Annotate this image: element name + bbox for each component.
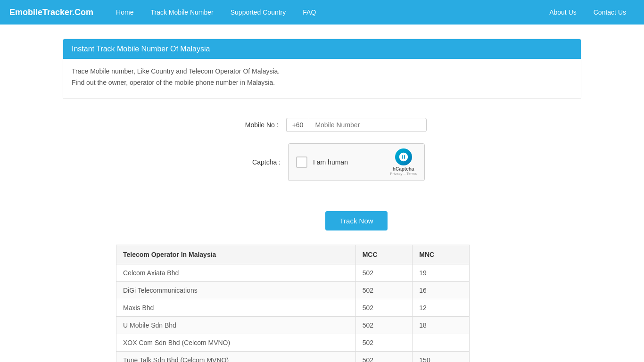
operator-cell: DiGi Telecommunications [116, 282, 356, 299]
table-row: DiGi Telecommunications 502 16 [116, 282, 470, 299]
telecom-table: Telecom Operator In Malaysia MCC MNC Cel… [116, 245, 470, 362]
table-row: Tune Talk Sdn Bhd (Celcom MVNO) 502 150 [116, 352, 470, 362]
mobile-row: Mobile No : +60 [63, 118, 581, 132]
info-line-1: Trace Mobile number, Like Country and Te… [72, 67, 572, 75]
table-row: Maxis Bhd 502 12 [116, 299, 470, 317]
captcha-text: I am human [313, 158, 385, 166]
track-btn-row: Track Now [63, 211, 581, 230]
col-mcc: MCC [355, 245, 413, 264]
captcha-brand: hCaptcha [393, 166, 414, 172]
operator-cell: U Mobile Sdn Bhd [116, 317, 356, 334]
mobile-input-group: +60 [286, 118, 427, 132]
mobile-label: Mobile No : [217, 121, 279, 129]
table-wrapper: Telecom Operator In Malaysia MCC MNC Cel… [63, 245, 581, 362]
table-row: XOX Com Sdn Bhd (Celcom MVNO) 502 [116, 334, 470, 352]
mobile-input[interactable] [309, 118, 427, 132]
operator-cell: XOX Com Sdn Bhd (Celcom MVNO) [116, 334, 356, 352]
navbar-right: About Us Contact Us [541, 0, 635, 25]
captcha-box[interactable]: I am human hCaptcha Privacy – Terms [288, 143, 425, 181]
country-code: +60 [286, 118, 309, 132]
nav-faq[interactable]: FAQ [294, 0, 324, 25]
table-row: Celcom Axiata Bhd 502 19 [116, 264, 470, 282]
mnc-cell: 18 [413, 317, 470, 334]
table-head: Telecom Operator In Malaysia MCC MNC [116, 245, 470, 264]
table-row: U Mobile Sdn Bhd 502 18 [116, 317, 470, 334]
table-body: Celcom Axiata Bhd 502 19 DiGi Telecommun… [116, 264, 470, 362]
nav-home[interactable]: Home [107, 0, 142, 25]
mnc-cell: 16 [413, 282, 470, 299]
mcc-cell: 502 [355, 264, 413, 282]
captcha-checkbox[interactable] [296, 156, 307, 168]
col-operator: Telecom Operator In Malaysia [116, 245, 356, 264]
mcc-cell: 502 [355, 299, 413, 317]
mnc-cell: 150 [413, 352, 470, 362]
mnc-cell: 12 [413, 299, 470, 317]
operator-cell: Celcom Axiata Bhd [116, 264, 356, 282]
captcha-icon [395, 148, 412, 165]
info-line-2: Find out the owner, operator of the mobi… [72, 79, 572, 86]
mcc-cell: 502 [355, 317, 413, 334]
nav-supported-country[interactable]: Supported Country [222, 0, 295, 25]
captcha-subtext: Privacy – Terms [390, 172, 417, 176]
mnc-cell: 19 [413, 264, 470, 282]
track-now-button[interactable]: Track Now [325, 211, 387, 230]
captcha-logo: hCaptcha Privacy – Terms [390, 148, 417, 176]
operator-cell: Maxis Bhd [116, 299, 356, 317]
info-box-header: Instant Track Mobile Number Of Malaysia [63, 39, 581, 59]
mnc-cell [413, 334, 470, 352]
navbar: EmobileTracker.Com Home Track Mobile Num… [0, 0, 644, 25]
captcha-label: Captcha : [219, 158, 281, 166]
mcc-cell: 502 [355, 282, 413, 299]
table-header-row: Telecom Operator In Malaysia MCC MNC [116, 245, 470, 264]
captcha-row: Captcha : I am human hCaptcha Privacy – … [63, 143, 581, 181]
info-box-body: Trace Mobile number, Like Country and Te… [63, 59, 581, 99]
form-section: Mobile No : +60 Captcha : I am human [63, 113, 581, 197]
mcc-cell: 502 [355, 352, 413, 362]
info-box: Instant Track Mobile Number Of Malaysia … [63, 39, 581, 99]
nav-contact-us[interactable]: Contact Us [585, 0, 635, 25]
main-content: Instant Track Mobile Number Of Malaysia … [53, 25, 591, 362]
navbar-brand[interactable]: EmobileTracker.Com [9, 8, 93, 17]
mcc-cell: 502 [355, 334, 413, 352]
nav-about-us[interactable]: About Us [541, 0, 585, 25]
operator-cell: Tune Talk Sdn Bhd (Celcom MVNO) [116, 352, 356, 362]
col-mnc: MNC [413, 245, 470, 264]
nav-track-mobile[interactable]: Track Mobile Number [142, 0, 222, 25]
navbar-links: Home Track Mobile Number Supported Count… [107, 0, 541, 25]
